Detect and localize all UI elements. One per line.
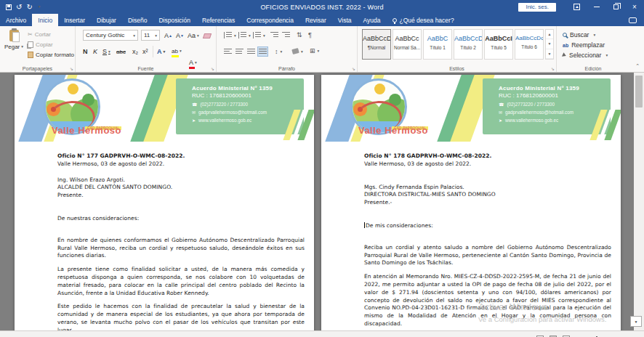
copy-label: Copiar xyxy=(36,41,53,48)
styles-dialog-launcher[interactable]: ⇘ xyxy=(551,66,555,71)
align-center-button[interactable] xyxy=(234,46,245,57)
email-icon: ✉ xyxy=(192,110,196,115)
subscript-button[interactable]: x₂ xyxy=(132,46,138,57)
sort-button[interactable]: ⇅ xyxy=(297,31,302,38)
shrink-font-button[interactable]: A▼ xyxy=(176,30,184,41)
style-titulo-1[interactable]: AaBbC Título 1 xyxy=(423,29,452,60)
restore-button[interactable] xyxy=(606,0,625,14)
oficio-number: Oficio N° 178 GADPRVH-O-WMC-08-2022. xyxy=(364,153,611,161)
paragraph: En atención al Memorando Nro. MIES-CZ-4-… xyxy=(364,273,611,328)
align-left-button[interactable] xyxy=(222,46,233,57)
minimize-button[interactable] xyxy=(587,0,606,14)
styles-group-label: Estilos xyxy=(358,66,556,71)
tab-insertar[interactable]: Insertar xyxy=(58,14,91,26)
tell-me-box[interactable]: ¿Qué desea hacer? xyxy=(387,14,460,26)
select-button[interactable]: Seleccionar xyxy=(563,52,608,59)
acuerdo-line: Acuerdo Ministerial N° 1359 xyxy=(499,85,611,92)
letter-body[interactable]: Oficio N° 177 GADPRVH-O-WMC-08-2022. Val… xyxy=(15,142,314,330)
scroll-down-button[interactable]: ▼ xyxy=(630,316,642,327)
tab-revisar[interactable]: Revisar xyxy=(299,14,332,26)
phone-icon: ☎ xyxy=(499,102,504,107)
font-size-select[interactable]: 11 xyxy=(141,30,160,41)
eraser-icon xyxy=(203,33,212,38)
underline-button[interactable]: S xyxy=(102,46,110,57)
recipient-presente: Presente.- xyxy=(364,199,611,207)
paragraph-dialog-launcher[interactable]: ⇘ xyxy=(352,66,355,71)
paste-button[interactable]: Pegar xyxy=(4,30,24,63)
comments-icon[interactable] xyxy=(629,17,637,23)
borders-button[interactable]: ⊞ xyxy=(310,47,319,54)
grow-font-button[interactable]: A▲ xyxy=(164,30,172,41)
cut-label: Cortar xyxy=(35,31,51,38)
styles-scroll-down[interactable]: ▼ xyxy=(546,39,553,49)
recipient-name: Mgs. Cindy Fernanda Espin Palacios. xyxy=(364,184,611,192)
paint-bucket-icon xyxy=(291,48,299,54)
align-right-button[interactable] xyxy=(246,46,257,57)
format-painter-button[interactable]: Copiar formato xyxy=(28,52,74,58)
bullets-button[interactable] xyxy=(224,32,236,38)
italic-button[interactable]: K xyxy=(93,46,97,57)
style-normal[interactable]: AaBbCcD ¶Normal xyxy=(362,29,391,60)
shading-button[interactable] xyxy=(292,49,303,54)
scrollbar-thumb[interactable] xyxy=(635,76,643,107)
letterhead: GAD PARROQUIAL Valle Hermoso Acuerdo Min… xyxy=(15,75,314,142)
letter-body[interactable]: Oficio N° 178 GADPRVH-O-WMC-08-2022. Val… xyxy=(321,142,621,330)
tell-me-label: ¿Qué desea hacer? xyxy=(400,17,454,24)
styles-scroll-up[interactable]: ▲ xyxy=(546,30,553,39)
copy-icon xyxy=(28,41,33,48)
text-effects-button[interactable]: A xyxy=(157,46,165,57)
clipboard-dialog-launcher[interactable]: ⇘ xyxy=(70,66,73,71)
document-page-1[interactable]: GAD PARROQUIAL Valle Hermoso Acuerdo Min… xyxy=(15,75,314,330)
superscript-button[interactable]: x² xyxy=(142,46,148,57)
copy-button[interactable]: Copiar xyxy=(28,41,53,48)
paragraph: Reciba un cordial y atento saludo a nomb… xyxy=(364,244,611,267)
font-dialog-launcher[interactable]: ⇘ xyxy=(211,66,214,71)
tab-diseno[interactable]: Diseño xyxy=(122,14,153,26)
tab-dibujar[interactable]: Dibujar xyxy=(91,14,122,26)
numbering-button[interactable] xyxy=(238,32,251,38)
justify-button[interactable] xyxy=(257,46,268,57)
close-button[interactable]: × xyxy=(625,0,644,14)
style-titulo-6[interactable]: AaBbCcDc Título 6 xyxy=(515,29,544,60)
acuerdo-line: Acuerdo Ministerial N° 1359 xyxy=(192,85,304,92)
style-titulo-2[interactable]: AaBbCcD Título 2 xyxy=(454,29,483,60)
line-spacing-button[interactable]: ↕ xyxy=(275,48,282,55)
clear-formatting-button[interactable] xyxy=(204,30,211,41)
increase-indent-button[interactable] xyxy=(282,32,290,38)
find-label: Buscar xyxy=(570,31,589,38)
paste-label: Pegar xyxy=(4,44,24,50)
vertical-scrollbar[interactable] xyxy=(634,73,644,330)
strikethrough-button[interactable]: abc xyxy=(116,46,126,57)
email-icon: ✉ xyxy=(499,110,502,115)
ribbon-display-options-icon[interactable] xyxy=(573,4,580,10)
date-line: Valle Hermoso, 03 de agosto del 2022. xyxy=(57,161,305,168)
email-address: gadprvallehermoso@hotmail.com xyxy=(198,110,267,115)
font-family-select[interactable]: Century Gothic xyxy=(83,30,138,41)
status-bar: Página 266 de 333 53336 palabras Accesib… xyxy=(0,330,644,337)
document-page-2[interactable]: GAD PARROQUIAL Valle Hermoso Acuerdo Min… xyxy=(321,75,621,330)
multilevel-list-button[interactable] xyxy=(253,32,265,38)
replace-button[interactable]: ab Reemplazar xyxy=(563,41,605,49)
website-icon: ➤ xyxy=(499,118,502,123)
lightbulb-icon xyxy=(393,18,397,23)
tab-archivo[interactable]: Archivo xyxy=(0,14,32,26)
style-normal-sa[interactable]: AaBbCc Normal Sa... xyxy=(393,29,422,60)
tab-referencias[interactable]: Referencias xyxy=(196,14,241,26)
website-icon: ➤ xyxy=(192,118,196,123)
cut-button[interactable]: ✂ Cortar xyxy=(28,31,51,38)
tab-ayuda[interactable]: Ayuda xyxy=(358,14,387,26)
tab-vista[interactable]: Vista xyxy=(332,14,358,26)
sign-in-button[interactable]: Inic. ses. xyxy=(518,3,556,12)
bold-button[interactable]: N xyxy=(83,46,88,57)
tab-correspondencia[interactable]: Correspondencia xyxy=(241,14,299,26)
decrease-indent-button[interactable] xyxy=(270,32,278,38)
find-button[interactable]: Buscar xyxy=(563,31,595,38)
styles-gallery-more[interactable]: ▼ xyxy=(546,49,553,59)
tab-inicio[interactable]: Inicio xyxy=(32,14,58,26)
tab-disposicion[interactable]: Disposición xyxy=(153,14,196,26)
recipient-presente: Presente. xyxy=(57,192,305,200)
style-titulo-5[interactable]: AaBbCcI Título 5 xyxy=(484,29,513,60)
change-case-button[interactable]: Aa xyxy=(188,30,199,41)
show-marks-button[interactable]: ¶ xyxy=(308,31,312,38)
collapse-ribbon-icon[interactable]: ⌃ xyxy=(635,63,640,69)
